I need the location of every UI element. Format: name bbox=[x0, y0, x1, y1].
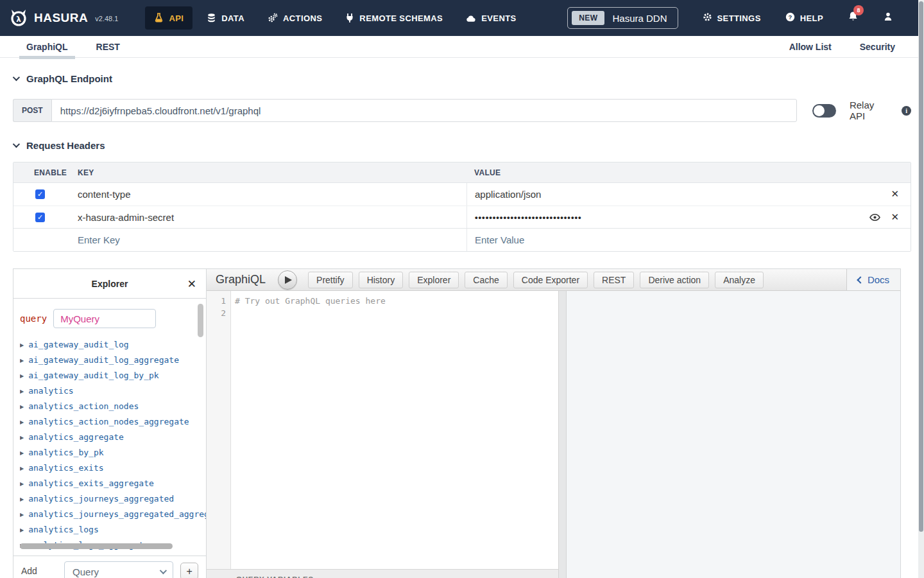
nav-item-data[interactable]: DATA bbox=[198, 6, 253, 30]
header-key[interactable]: x-hasura-admin-secret bbox=[65, 212, 466, 223]
docs-button[interactable]: Docs bbox=[846, 269, 900, 290]
graphiql-main: GraphiQL Prettify History Explorer Cache… bbox=[207, 268, 901, 578]
nav-item-remote-schemas[interactable]: REMOTE SCHEMAS bbox=[336, 6, 452, 30]
header-enable-checkbox[interactable]: ✓ bbox=[35, 213, 45, 222]
nav-item-api[interactable]: API bbox=[145, 6, 193, 30]
graphql-endpoint-input[interactable] bbox=[51, 99, 797, 122]
enter-key-field[interactable]: Enter Key bbox=[78, 234, 120, 245]
user-menu-button[interactable] bbox=[883, 12, 893, 24]
column-value: VALUE bbox=[466, 168, 911, 177]
query-variables-header[interactable]: QUERY VARIABLES bbox=[207, 569, 558, 578]
triangle-right-icon: ▶ bbox=[20, 419, 24, 425]
header-value[interactable]: application/json bbox=[475, 189, 891, 200]
header-key[interactable]: content-type bbox=[65, 189, 466, 200]
explorer-footer: Add New Query + bbox=[13, 556, 206, 578]
explorer-field[interactable]: ▶analytics_action_nodes_aggregate bbox=[20, 414, 206, 430]
endpoint-section-title: GraphQL Endpoint bbox=[26, 73, 112, 84]
editor-resize-handle[interactable] bbox=[558, 291, 567, 578]
tab-allow-list[interactable]: Allow List bbox=[786, 36, 835, 57]
help-label: HELP bbox=[800, 13, 823, 23]
endpoint-section-heading: GraphQL Endpoint bbox=[13, 72, 911, 85]
operation-row: query bbox=[13, 299, 206, 335]
code-exporter-button[interactable]: Code Exporter bbox=[513, 272, 588, 288]
query-editor[interactable]: 1 2 # Try out GraphQL queries here bbox=[207, 291, 558, 569]
relay-api-toggle[interactable] bbox=[812, 104, 836, 118]
tab-security[interactable]: Security bbox=[857, 36, 898, 57]
triangle-right-icon: ▶ bbox=[20, 342, 24, 348]
operation-keyword: query bbox=[20, 313, 47, 324]
nav-item-actions[interactable]: ACTIONS bbox=[259, 6, 331, 30]
header-value-masked[interactable]: •••••••••••••••••••••••••••••• bbox=[475, 213, 869, 222]
rest-button[interactable]: REST bbox=[594, 272, 634, 288]
prettify-button[interactable]: Prettify bbox=[308, 272, 353, 288]
nav-help[interactable]: ? HELP bbox=[785, 12, 823, 24]
new-badge: NEW bbox=[572, 11, 604, 25]
reveal-value-button[interactable] bbox=[869, 213, 880, 222]
history-button[interactable]: History bbox=[359, 272, 404, 288]
explorer-body: query ▶ai_gateway_audit_log ▶ai_gateway_… bbox=[13, 299, 206, 556]
explorer-field[interactable]: ▶analytics_by_pk bbox=[20, 445, 206, 460]
line-number: 2 bbox=[207, 307, 226, 319]
enter-value-field[interactable]: Enter Value bbox=[475, 234, 524, 245]
remove-header-button[interactable]: ✕ bbox=[891, 189, 899, 199]
add-operation-button[interactable]: + bbox=[180, 563, 198, 578]
explorer-horizontal-scrollbar[interactable] bbox=[20, 543, 173, 549]
scrollbar-thumb[interactable] bbox=[919, 1, 923, 532]
explorer-field[interactable]: ▶analytics_aggregate bbox=[20, 430, 206, 445]
triangle-right-icon: ▶ bbox=[20, 496, 24, 502]
table-header-row: ENABLE KEY VALUE bbox=[13, 162, 911, 183]
explorer-field-list: ▶ai_gateway_audit_log ▶ai_gateway_audit_… bbox=[13, 337, 206, 550]
nav-settings[interactable]: SETTINGS bbox=[703, 12, 761, 24]
explorer-vertical-scrollbar[interactable] bbox=[198, 304, 203, 337]
explorer-field[interactable]: ▶analytics_logs bbox=[20, 522, 206, 538]
table-row: ✓ x-hasura-admin-secret ••••••••••••••••… bbox=[13, 206, 911, 228]
check-icon: ✓ bbox=[37, 213, 43, 222]
explorer-field[interactable]: ▶analytics_journeys_aggregated bbox=[20, 491, 206, 507]
hasura-logo-icon: λ bbox=[9, 8, 28, 28]
explorer-header: Explorer ✕ bbox=[13, 269, 206, 299]
eye-icon bbox=[869, 213, 880, 222]
result-panel bbox=[567, 291, 900, 578]
top-navbar: λ HASURA v2.48.1 API DATA bbox=[0, 0, 924, 36]
remove-header-button[interactable]: ✕ bbox=[891, 213, 899, 222]
explorer-field[interactable]: ▶analytics_exits_aggregate bbox=[20, 476, 206, 491]
explorer-field[interactable]: ▶analytics bbox=[20, 383, 206, 399]
request-headers-table: ENABLE KEY VALUE ✓ content-type applicat… bbox=[13, 162, 911, 252]
tab-rest[interactable]: REST bbox=[93, 36, 123, 57]
window-scrollbar[interactable] bbox=[918, 0, 924, 578]
svg-text:?: ? bbox=[788, 13, 792, 21]
hasura-logo[interactable]: λ HASURA v2.48.1 bbox=[9, 8, 118, 28]
triangle-right-icon: ▶ bbox=[20, 389, 24, 394]
explorer-field[interactable]: ▶ai_gateway_audit_log_aggregate bbox=[20, 353, 206, 368]
nav-item-events[interactable]: EVENTS bbox=[457, 7, 525, 30]
info-icon[interactable]: i bbox=[902, 106, 911, 116]
explorer-field[interactable]: ▶analytics_journeys_aggregated_aggregate bbox=[20, 507, 206, 522]
api-tabbar: GraphiQL REST Allow List Security bbox=[0, 36, 924, 58]
add-new-select[interactable]: Query bbox=[64, 561, 173, 578]
execute-query-button[interactable] bbox=[278, 270, 297, 290]
operation-name-input[interactable] bbox=[53, 309, 156, 328]
explorer-field[interactable]: ▶analytics_action_nodes bbox=[20, 399, 206, 414]
derive-action-button[interactable]: Derive action bbox=[640, 272, 709, 288]
explorer-toggle-button[interactable]: Explorer bbox=[409, 272, 459, 288]
line-number: 1 bbox=[207, 295, 226, 307]
graphiql-panel: Explorer ✕ query ▶ai_gateway_audit_log ▶… bbox=[13, 268, 901, 578]
code-area: # Try out GraphQL queries here bbox=[231, 291, 558, 569]
cache-button[interactable]: Cache bbox=[465, 272, 507, 288]
cogs-icon bbox=[268, 13, 278, 23]
chevron-left-icon bbox=[857, 276, 864, 283]
nav-item-label: EVENTS bbox=[481, 13, 516, 23]
explorer-field[interactable]: ▶analytics_exits bbox=[20, 460, 206, 476]
close-icon[interactable]: ✕ bbox=[187, 277, 196, 290]
triangle-right-icon: ▶ bbox=[20, 450, 24, 456]
explorer-field[interactable]: ▶ai_gateway_audit_log bbox=[20, 337, 206, 353]
analyze-button[interactable]: Analyze bbox=[715, 272, 764, 288]
primary-nav: API DATA ACTIONS REMOTE SCHEMAS bbox=[145, 6, 525, 30]
header-enable-checkbox[interactable]: ✓ bbox=[35, 189, 45, 199]
explorer-field[interactable]: ▶ai_gateway_audit_log_by_pk bbox=[20, 368, 206, 383]
tab-graphiql[interactable]: GraphiQL bbox=[23, 36, 71, 57]
notifications-button[interactable]: 8 bbox=[848, 11, 859, 25]
hasura-ddn-button[interactable]: NEW Hasura DDN bbox=[567, 7, 678, 29]
chevron-down-icon[interactable] bbox=[13, 74, 20, 81]
chevron-down-icon[interactable] bbox=[13, 141, 20, 148]
